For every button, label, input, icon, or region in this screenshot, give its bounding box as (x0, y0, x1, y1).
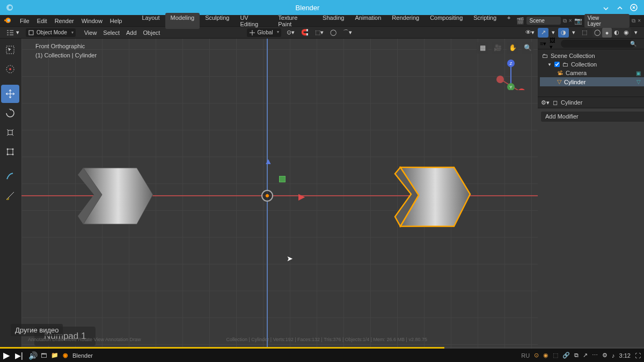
object-right-selected[interactable] (385, 163, 477, 233)
tray-volume-icon[interactable]: ♪ (612, 352, 615, 359)
tab-layout[interactable]: Layout (136, 13, 165, 29)
outliner-search[interactable] (561, 40, 635, 48)
tab-shading[interactable]: Shading (317, 13, 349, 29)
tray-copy-icon[interactable]: ⧉ (574, 352, 579, 359)
browse-layer-icon[interactable]: 📷 (574, 17, 582, 25)
tray-link-icon[interactable]: 🔗 (562, 352, 570, 359)
disclosure-icon[interactable]: ▼ (547, 62, 552, 67)
editor-type-icon[interactable]: ▾ (3, 28, 23, 38)
shading-wireframe-icon[interactable]: ◯ (592, 28, 602, 38)
taskbar-folder-icon[interactable]: 📁 (51, 352, 58, 359)
axis-gizmo[interactable]: Z X Y (495, 58, 527, 90)
menu-object[interactable]: Object (140, 28, 164, 37)
pivot-icon[interactable]: ⊙▾ (283, 28, 298, 37)
menu-help[interactable]: Help (106, 18, 126, 24)
taskbar-app-label[interactable]: Blender (72, 352, 93, 359)
tray-settings-icon[interactable]: ⚙ (602, 352, 608, 359)
tray-icon-3[interactable]: ⬚ (553, 352, 558, 359)
mode-selector[interactable]: Object Mode (26, 28, 76, 37)
tool-scale[interactable] (1, 123, 19, 142)
tool-select-box[interactable] (1, 41, 19, 59)
close-button[interactable] (628, 2, 640, 13)
next-button[interactable]: ▶| (15, 351, 23, 360)
gizmo-plane-handle[interactable] (279, 176, 286, 182)
tab-texture-paint[interactable]: Texture Paint (273, 13, 317, 29)
tab-animation[interactable]: Animation (349, 13, 386, 29)
3d-viewport[interactable]: ▲ ▶ Front Orthographic (1) Collection | … (21, 39, 538, 362)
new-layer-icon[interactable]: ⧉ (632, 18, 635, 24)
collection-checkbox[interactable] (554, 62, 560, 67)
scene-selector[interactable]: Scene (526, 17, 561, 25)
outliner-collection[interactable]: ▼ 🗀 Collection ◉ (540, 60, 644, 69)
nav-hand-icon[interactable]: ✋ (507, 42, 518, 54)
tool-transform[interactable] (1, 143, 19, 161)
overlay-dropdown-icon[interactable]: ▾ (569, 28, 579, 37)
minimize-button[interactable] (600, 2, 612, 13)
outliner-item-camera[interactable]: 📽 Camera ▣ ◉ (540, 69, 644, 77)
mesh-data-icon[interactable]: ▽ (636, 79, 641, 85)
camera-data-icon[interactable]: ▣ (636, 70, 641, 76)
gizmo-z-arrow-icon[interactable]: ▲ (264, 157, 273, 166)
blender-logo-icon[interactable] (3, 16, 13, 26)
delete-scene-icon[interactable]: × (569, 18, 572, 24)
gizmo-x-arrow-icon[interactable]: ▶ (298, 191, 305, 202)
tool-rotate[interactable] (1, 104, 19, 122)
outliner-item-cylinder[interactable]: ▽ Cylinder ▽ ◉ (540, 77, 644, 86)
menu-window[interactable]: Window (78, 18, 106, 24)
outliner-scene-collection[interactable]: 🗀 Scene Collection (540, 51, 644, 60)
shading-dropdown-icon[interactable]: ▾ (631, 28, 641, 37)
tool-cursor[interactable] (1, 60, 19, 78)
3d-cursor-icon[interactable] (261, 190, 273, 202)
properties-type-icon[interactable]: ⚙▾ (541, 99, 550, 106)
orientation-selector[interactable]: Global (247, 28, 282, 37)
outliner-type-icon[interactable]: ≡▾ (540, 40, 546, 47)
taskbar-blender-icon[interactable]: ◉ (63, 352, 68, 359)
visibility-icon[interactable]: 👁▾ (522, 28, 538, 37)
proportional-falloff-icon[interactable]: ⌒▾ (340, 27, 355, 38)
other-videos-button[interactable]: Другие видео (11, 324, 63, 336)
gizmo-dropdown-icon[interactable]: ▾ (548, 28, 558, 37)
new-scene-icon[interactable]: ⧉ (563, 18, 567, 24)
tray-fullscreen-icon[interactable]: ⛶ (635, 352, 641, 359)
menu-edit[interactable]: Edit (33, 18, 51, 24)
snap-target-icon[interactable]: ⬚▾ (312, 28, 327, 37)
nav-grid-icon[interactable]: ▦ (477, 42, 488, 54)
menu-select[interactable]: Select (100, 28, 123, 37)
proportional-icon[interactable]: ◯ (327, 28, 340, 37)
tray-icon-2[interactable]: ◉ (543, 352, 548, 359)
menu-file[interactable]: File (16, 18, 33, 24)
tray-icon-1[interactable]: ⊙ (534, 352, 539, 359)
snap-icon[interactable]: 🧲 (298, 28, 312, 37)
outliner[interactable]: 🗀 Scene Collection ▼ 🗀 Collection ◉ 📽 Ca… (538, 49, 644, 97)
tray-share-icon[interactable]: ↗ (583, 352, 588, 359)
view-layer-selector[interactable]: View Layer (584, 14, 630, 28)
tool-annotate[interactable] (1, 167, 19, 186)
shading-matcap-icon[interactable]: ◐ (612, 28, 621, 38)
tab-compositing[interactable]: Compositing (425, 13, 468, 29)
menu-render[interactable]: Render (51, 18, 78, 24)
lang-indicator[interactable]: RU (521, 352, 530, 359)
tool-measure[interactable] (1, 187, 19, 205)
outliner-display-icon[interactable]: 🖼▾ (550, 37, 555, 50)
tab-add[interactable]: + (502, 13, 516, 29)
gizmo-toggle-icon[interactable]: ↗ (538, 28, 548, 38)
add-modifier-dropdown[interactable]: Add Modifier▾ (541, 112, 644, 122)
browse-scene-icon[interactable]: 🎬 (516, 17, 524, 25)
play-button[interactable]: ▶ (3, 350, 10, 360)
tab-scripting[interactable]: Scripting (468, 13, 502, 29)
overlay-toggle-icon[interactable]: ◑ (558, 28, 569, 38)
shading-rendered-icon[interactable]: ◉ (621, 28, 631, 38)
tab-rendering[interactable]: Rendering (386, 13, 425, 29)
nav-camera-icon[interactable]: 🎥 (492, 42, 503, 54)
object-left[interactable] (72, 165, 158, 230)
tab-sculpting[interactable]: Sculpting (200, 13, 235, 29)
maximize-button[interactable] (614, 2, 626, 13)
volume-button[interactable]: 🔊 (28, 351, 38, 360)
delete-layer-icon[interactable]: × (638, 18, 641, 24)
tab-modeling[interactable]: Modeling (165, 13, 200, 29)
xray-icon[interactable]: ⬚ (579, 28, 590, 37)
tab-uv-editing[interactable]: UV Editing (235, 13, 273, 29)
taskbar-app-icon[interactable]: 🗔 (41, 352, 47, 359)
tool-move[interactable] (1, 85, 19, 103)
nav-zoom-icon[interactable]: 🔍 (522, 42, 533, 54)
